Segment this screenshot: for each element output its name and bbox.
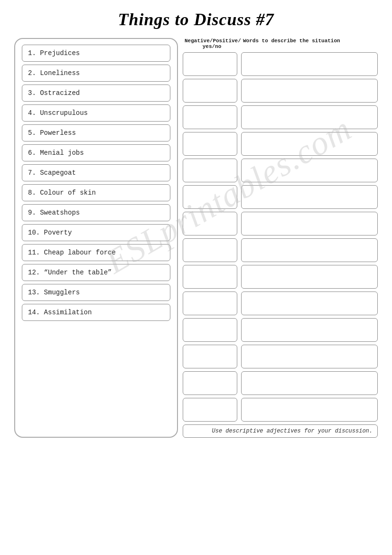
term-box-12: 12. “Under the table” <box>22 264 170 281</box>
answer-words-13[interactable] <box>241 371 378 395</box>
answer-row-1 <box>183 52 378 76</box>
answer-row-2 <box>183 79 378 103</box>
answer-neg-pos-10[interactable] <box>183 292 237 315</box>
answer-words-11[interactable] <box>241 318 378 342</box>
answer-neg-pos-8[interactable] <box>183 238 237 262</box>
right-header: Negative/Positive/ yes/no Words to descr… <box>183 38 378 49</box>
answer-words-8[interactable] <box>241 238 378 262</box>
term-box-8: 8. Colour of skin <box>22 184 170 201</box>
term-box-9: 9. Sweatshops <box>22 204 170 221</box>
answer-row-11 <box>183 318 378 342</box>
answer-row-4 <box>183 132 378 156</box>
answer-row-14 <box>183 398 378 422</box>
answer-words-10[interactable] <box>241 292 378 315</box>
answer-neg-pos-3[interactable] <box>183 105 237 129</box>
answer-words-5[interactable] <box>241 159 378 182</box>
answer-rows <box>183 52 378 422</box>
term-box-1: 1. Prejudices <box>22 45 170 62</box>
answer-neg-pos-7[interactable] <box>183 212 237 235</box>
answer-neg-pos-5[interactable] <box>183 159 237 182</box>
answer-neg-pos-2[interactable] <box>183 79 237 103</box>
col-header-negative: Negative/Positive/ yes/no <box>185 38 239 49</box>
answer-words-4[interactable] <box>241 132 378 156</box>
answer-row-7 <box>183 212 378 235</box>
answer-row-10 <box>183 292 378 315</box>
answer-neg-pos-14[interactable] <box>183 398 237 422</box>
term-box-2: 2. Loneliness <box>22 65 170 82</box>
answer-row-13 <box>183 371 378 395</box>
term-box-4: 4. Unscrupulous <box>22 104 170 122</box>
answer-neg-pos-11[interactable] <box>183 318 237 342</box>
answer-neg-pos-1[interactable] <box>183 52 237 76</box>
answer-words-1[interactable] <box>241 52 378 76</box>
answer-neg-pos-12[interactable] <box>183 345 237 368</box>
answer-words-9[interactable] <box>241 265 378 289</box>
answer-row-8 <box>183 238 378 262</box>
left-column: 1. Prejudices2. Loneliness3. Ostracized4… <box>14 38 178 438</box>
answer-words-12[interactable] <box>241 345 378 368</box>
answer-words-7[interactable] <box>241 212 378 235</box>
footer-note: Use descriptive adjectives for your disc… <box>183 424 378 438</box>
answer-words-6[interactable] <box>241 185 378 209</box>
term-box-11: 11. Cheap labour force <box>22 244 170 261</box>
answer-neg-pos-9[interactable] <box>183 265 237 289</box>
term-box-14: 14. Assimilation <box>22 304 170 321</box>
answer-row-6 <box>183 185 378 209</box>
page-title: Things to Discuss #7 <box>14 9 378 29</box>
answer-neg-pos-6[interactable] <box>183 185 237 209</box>
answer-words-3[interactable] <box>241 105 378 129</box>
term-box-3: 3. Ostracized <box>22 85 170 102</box>
answer-row-9 <box>183 265 378 289</box>
answer-neg-pos-13[interactable] <box>183 371 237 395</box>
right-column: Negative/Positive/ yes/no Words to descr… <box>178 38 378 438</box>
main-container: 1. Prejudices2. Loneliness3. Ostracized4… <box>14 38 378 438</box>
term-box-5: 5. Powerless <box>22 124 170 141</box>
term-box-7: 7. Scapegoat <box>22 164 170 181</box>
answer-row-5 <box>183 159 378 182</box>
answer-words-14[interactable] <box>241 398 378 422</box>
col-header-words: Words to describe the situation <box>243 38 378 49</box>
answer-neg-pos-4[interactable] <box>183 132 237 156</box>
term-box-10: 10. Poverty <box>22 224 170 241</box>
term-box-13: 13. Smugglers <box>22 284 170 301</box>
answer-words-2[interactable] <box>241 79 378 103</box>
answer-row-3 <box>183 105 378 129</box>
term-box-6: 6. Menial jobs <box>22 144 170 161</box>
answer-row-12 <box>183 345 378 368</box>
